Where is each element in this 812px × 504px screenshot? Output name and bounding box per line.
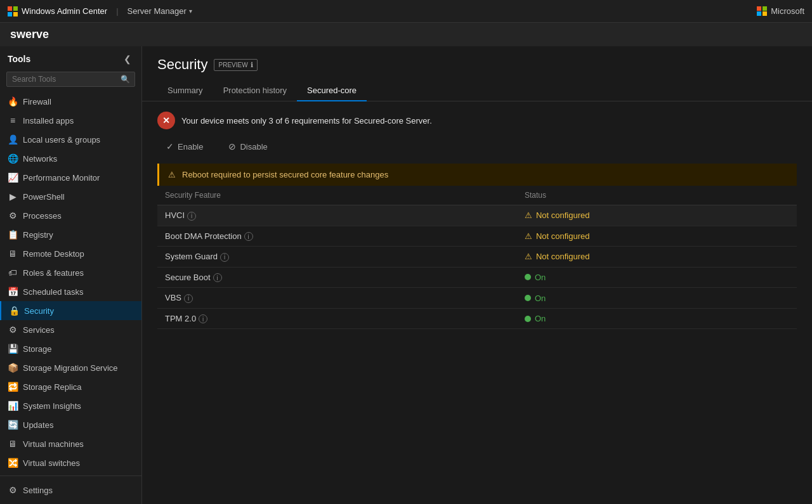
search-input[interactable] [6,72,135,87]
feature-cell: Boot DMA Protectioni [157,226,517,247]
sidebar-item-powershell[interactable]: ▶ PowerShell [0,187,141,206]
col-header-status: Status [517,186,797,205]
feature-name: Boot DMA Protection [165,231,242,241]
feature-info-icon[interactable]: i [220,253,229,262]
reboot-warning-icon: ⚠ [168,170,176,179]
sidebar-item-remote-desktop[interactable]: 🖥 Remote Desktop [0,244,141,263]
sidebar-item-label: Virtual switches [23,458,80,468]
col-header-feature: Security Feature [157,186,517,205]
alert-row: ✕ Your device meets only 3 of 6 requirem… [157,112,797,129]
sidebar-item-label: Roles & features [23,268,84,278]
enable-button[interactable]: ✓ Enable [157,138,212,155]
server-manager-dropdown[interactable]: Server Manager ▾ [128,6,192,16]
sidebar-item-installed-apps[interactable]: ≡ Installed apps [0,111,141,130]
sidebar-footer: ⚙ Settings [0,475,141,504]
sidebar-footer-label: Settings [23,486,53,495]
warning-triangle-icon: ⚠ [525,252,532,261]
sidebar-item-label: Installed apps [23,116,74,126]
sidebar-item-processes[interactable]: ⚙ Processes [0,206,141,225]
microsoft-label: Microsoft [771,6,804,16]
firewall-icon: 🔥 [8,96,18,107]
security-icon: 🔒 [9,306,19,316]
feature-cell: Secure Booti [157,267,517,288]
scheduled-tasks-icon: 📅 [8,287,18,297]
feature-cell: VBSi [157,288,517,309]
table-row: TPM 2.0i On [157,308,797,329]
server-name: swerve [10,28,49,41]
powershell-icon: ▶ [8,191,18,202]
sidebar-item-label: Networks [23,154,57,164]
search-icon: 🔍 [121,75,130,84]
feature-info-icon[interactable]: i [199,314,207,323]
sidebar-item-scheduled-tasks[interactable]: 📅 Scheduled tasks [0,282,141,301]
sidebar-item-label: Services [23,325,55,335]
sidebar-item-networks[interactable]: 🌐 Networks [0,149,141,168]
tab-secured-core[interactable]: Secured-core [297,81,367,101]
sidebar-item-label: Storage Replica [23,382,82,392]
brand-logo: Windows Admin Center [8,6,107,16]
sidebar-item-label: Firewall [23,97,51,107]
sidebar-item-virtual-machines[interactable]: 🖥 Virtual machines [0,434,141,453]
status-on: On [525,273,789,282]
sidebar-item-roles-features[interactable]: 🏷 Roles & features [0,263,141,282]
installed-apps-icon: ≡ [8,115,18,126]
sidebar-collapse-button[interactable]: ❮ [121,53,134,65]
tab-summary[interactable]: Summary [157,81,213,101]
sidebar-item-storage-replica[interactable]: 🔁 Storage Replica [0,377,141,396]
sidebar-item-label: System Insights [23,401,81,411]
status-on: On [525,314,789,323]
feature-info-icon[interactable]: i [187,212,196,221]
feature-info-icon[interactable]: i [213,273,222,282]
topbar-separator: | [116,6,118,16]
storage-migration-icon: 📦 [8,363,18,373]
content-area: Security PREVIEW ℹ Summary Protection hi… [142,46,812,504]
topbar: Windows Admin Center | Server Manager ▾ … [0,0,812,23]
table-row: Boot DMA Protectioni⚠ Not configured [157,226,797,247]
green-dot-icon [525,295,531,301]
status-warning: ⚠ Not configured [525,252,789,261]
sidebar-item-local-users[interactable]: 👤 Local users & groups [0,130,141,149]
table-row: Secure Booti On [157,267,797,288]
sidebar-item-storage-migration[interactable]: 📦 Storage Migration Service [0,358,141,377]
table-row: HVCIi⚠ Not configured [157,205,797,226]
sidebar-item-virtual-switches[interactable]: 🔀 Virtual switches [0,453,141,472]
sidebar-item-label: Processes [23,211,62,221]
processes-icon: ⚙ [8,210,18,221]
table-row: VBSi On [157,288,797,309]
microsoft-logo: Microsoft [757,6,804,16]
sidebar-item-system-insights[interactable]: 📊 System Insights [0,396,141,415]
tab-protection-history[interactable]: Protection history [213,81,297,101]
warning-triangle-icon: ⚠ [525,210,532,220]
sidebar-item-label: Virtual machines [23,439,84,449]
local-users-icon: 👤 [8,134,18,145]
sidebar-item-services[interactable]: ⚙ Services [0,320,141,339]
sidebar-item-storage[interactable]: 💾 Storage [0,339,141,358]
sidebar-item-performance-monitor[interactable]: 📈 Performance Monitor [0,168,141,187]
sidebar-item-settings[interactable]: ⚙ Settings [8,481,134,499]
svg-rect-0 [8,6,12,11]
sidebar-header: Tools ❮ [0,46,141,69]
svg-rect-1 [13,6,18,11]
feature-info-icon[interactable]: i [244,232,253,241]
sidebar-item-security[interactable]: 🔒 Security [0,301,141,320]
feature-name: TPM 2.0 [165,314,196,323]
status-warning: ⚠ Not configured [525,231,789,241]
warning-triangle-icon: ⚠ [525,231,532,241]
feature-name: System Guard [165,252,218,261]
sidebar-item-updates[interactable]: 🔄 Updates [0,415,141,434]
status-cell: ⚠ Not configured [517,226,797,247]
ms-sq-yellow [763,11,767,16]
sidebar-item-firewall[interactable]: 🔥 Firewall [0,92,141,111]
tab-secured-core-label: Secured-core [307,86,357,95]
tab-summary-label: Summary [167,86,203,95]
performance-monitor-icon: 📈 [8,172,18,183]
disable-button[interactable]: ⊘ Disable [219,138,276,155]
feature-info-icon[interactable]: i [184,294,193,303]
page-header: Security PREVIEW ℹ [142,46,812,73]
alert-circle-icon: ✕ [157,112,175,129]
feature-cell: System Guardi [157,247,517,268]
sidebar-item-registry[interactable]: 📋 Registry [0,225,141,244]
disable-icon: ⊘ [228,141,236,152]
server-manager-label: Server Manager [128,6,187,16]
feature-table: Security Feature Status HVCIi⚠ Not confi… [157,186,797,329]
